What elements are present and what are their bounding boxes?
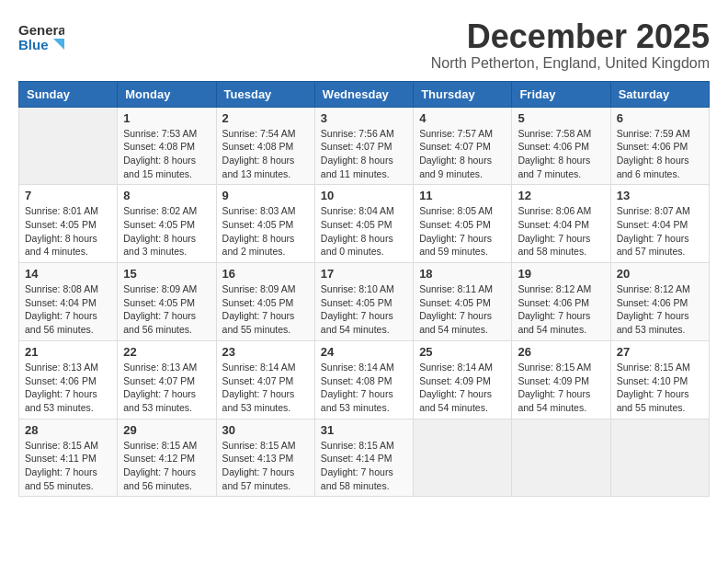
day-info: Sunrise: 8:11 AM Sunset: 4:05 PM Dayligh… — [419, 282, 506, 337]
day-number: 7 — [25, 189, 111, 202]
calendar-cell: 7Sunrise: 8:01 AM Sunset: 4:05 PM Daylig… — [19, 185, 118, 263]
calendar-cell — [512, 419, 610, 497]
day-number: 2 — [222, 111, 309, 125]
day-number: 9 — [222, 189, 309, 202]
calendar-cell: 3Sunrise: 7:56 AM Sunset: 4:07 PM Daylig… — [314, 107, 413, 185]
day-info: Sunrise: 8:14 AM Sunset: 4:09 PM Dayligh… — [419, 361, 506, 415]
calendar-cell: 5Sunrise: 7:58 AM Sunset: 4:06 PM Daylig… — [512, 107, 610, 185]
location-subtitle: North Petherton, England, United Kingdom — [431, 55, 710, 72]
calendar-cell: 25Sunrise: 8:14 AM Sunset: 4:09 PM Dayli… — [414, 340, 512, 419]
calendar-cell: 14Sunrise: 8:08 AM Sunset: 4:04 PM Dayli… — [19, 263, 118, 341]
day-number: 10 — [321, 189, 407, 202]
calendar-cell: 21Sunrise: 8:13 AM Sunset: 4:06 PM Dayli… — [19, 340, 118, 419]
day-info: Sunrise: 8:15 AM Sunset: 4:12 PM Dayligh… — [123, 439, 210, 493]
svg-text:Blue: Blue — [18, 37, 49, 52]
day-info: Sunrise: 8:15 AM Sunset: 4:10 PM Dayligh… — [617, 361, 703, 415]
calendar-table: SundayMondayTuesdayWednesdayThursdayFrid… — [18, 81, 710, 498]
calendar-cell: 29Sunrise: 8:15 AM Sunset: 4:12 PM Dayli… — [118, 419, 216, 497]
day-header-monday: Monday — [118, 81, 216, 107]
day-number: 23 — [222, 345, 309, 359]
day-info: Sunrise: 8:06 AM Sunset: 4:04 PM Dayligh… — [518, 204, 604, 259]
calendar-header-row: SundayMondayTuesdayWednesdayThursdayFrid… — [19, 81, 710, 107]
day-info: Sunrise: 8:12 AM Sunset: 4:06 PM Dayligh… — [617, 282, 703, 337]
calendar-cell: 30Sunrise: 8:15 AM Sunset: 4:13 PM Dayli… — [216, 419, 314, 497]
day-header-sunday: Sunday — [19, 81, 118, 107]
day-number: 3 — [321, 111, 407, 125]
calendar-cell: 9Sunrise: 8:03 AM Sunset: 4:05 PM Daylig… — [216, 185, 314, 263]
day-info: Sunrise: 8:03 AM Sunset: 4:05 PM Dayligh… — [222, 204, 309, 259]
calendar-week-5: 28Sunrise: 8:15 AM Sunset: 4:11 PM Dayli… — [19, 419, 710, 497]
day-number: 8 — [123, 189, 210, 202]
calendar-week-1: 1Sunrise: 7:53 AM Sunset: 4:08 PM Daylig… — [19, 107, 710, 185]
day-number: 4 — [419, 111, 506, 125]
day-header-friday: Friday — [512, 81, 610, 107]
calendar-cell: 23Sunrise: 8:14 AM Sunset: 4:07 PM Dayli… — [216, 340, 314, 419]
day-number: 6 — [617, 111, 703, 125]
day-header-thursday: Thursday — [414, 81, 512, 107]
day-header-wednesday: Wednesday — [314, 81, 413, 107]
day-info: Sunrise: 8:08 AM Sunset: 4:04 PM Dayligh… — [25, 282, 111, 337]
logo: General Blue — [18, 18, 64, 55]
calendar-cell: 8Sunrise: 8:02 AM Sunset: 4:05 PM Daylig… — [118, 185, 216, 263]
calendar-cell: 27Sunrise: 8:15 AM Sunset: 4:10 PM Dayli… — [610, 340, 709, 419]
calendar-cell: 18Sunrise: 8:11 AM Sunset: 4:05 PM Dayli… — [414, 263, 512, 341]
day-info: Sunrise: 8:15 AM Sunset: 4:09 PM Dayligh… — [518, 361, 604, 415]
day-info: Sunrise: 7:58 AM Sunset: 4:06 PM Dayligh… — [518, 127, 604, 181]
day-number: 1 — [123, 111, 210, 125]
calendar-cell: 4Sunrise: 7:57 AM Sunset: 4:07 PM Daylig… — [414, 107, 512, 185]
day-info: Sunrise: 7:53 AM Sunset: 4:08 PM Dayligh… — [123, 127, 210, 181]
calendar-cell: 20Sunrise: 8:12 AM Sunset: 4:06 PM Dayli… — [610, 263, 709, 341]
day-info: Sunrise: 8:14 AM Sunset: 4:07 PM Dayligh… — [222, 361, 309, 415]
day-number: 20 — [617, 267, 703, 281]
calendar-week-2: 7Sunrise: 8:01 AM Sunset: 4:05 PM Daylig… — [19, 185, 710, 263]
calendar-cell: 15Sunrise: 8:09 AM Sunset: 4:05 PM Dayli… — [118, 263, 216, 341]
calendar-cell: 11Sunrise: 8:05 AM Sunset: 4:05 PM Dayli… — [414, 185, 512, 263]
day-info: Sunrise: 8:13 AM Sunset: 4:06 PM Dayligh… — [25, 361, 111, 415]
day-number: 5 — [518, 111, 604, 125]
day-number: 26 — [518, 345, 604, 359]
calendar-week-4: 21Sunrise: 8:13 AM Sunset: 4:06 PM Dayli… — [19, 340, 710, 419]
day-header-saturday: Saturday — [610, 81, 709, 107]
calendar-cell: 6Sunrise: 7:59 AM Sunset: 4:06 PM Daylig… — [610, 107, 709, 185]
day-info: Sunrise: 8:02 AM Sunset: 4:05 PM Dayligh… — [123, 204, 210, 259]
title-section: December 2025 North Petherton, England, … — [431, 18, 710, 72]
day-info: Sunrise: 8:14 AM Sunset: 4:08 PM Dayligh… — [321, 361, 407, 415]
day-info: Sunrise: 8:13 AM Sunset: 4:07 PM Dayligh… — [123, 361, 210, 415]
day-number: 19 — [518, 267, 604, 281]
day-info: Sunrise: 8:15 AM Sunset: 4:14 PM Dayligh… — [321, 439, 407, 493]
calendar-cell: 31Sunrise: 8:15 AM Sunset: 4:14 PM Dayli… — [314, 419, 413, 497]
calendar-cell: 26Sunrise: 8:15 AM Sunset: 4:09 PM Dayli… — [512, 340, 610, 419]
calendar-cell — [610, 419, 709, 497]
day-number: 24 — [321, 345, 407, 359]
calendar-cell: 17Sunrise: 8:10 AM Sunset: 4:05 PM Dayli… — [314, 263, 413, 341]
calendar-cell: 16Sunrise: 8:09 AM Sunset: 4:05 PM Dayli… — [216, 263, 314, 341]
day-info: Sunrise: 8:12 AM Sunset: 4:06 PM Dayligh… — [518, 282, 604, 337]
day-info: Sunrise: 8:15 AM Sunset: 4:11 PM Dayligh… — [25, 439, 111, 493]
day-info: Sunrise: 8:04 AM Sunset: 4:05 PM Dayligh… — [321, 204, 407, 259]
day-info: Sunrise: 8:09 AM Sunset: 4:05 PM Dayligh… — [222, 282, 309, 337]
calendar-cell: 28Sunrise: 8:15 AM Sunset: 4:11 PM Dayli… — [19, 419, 118, 497]
svg-marker-2 — [53, 39, 64, 50]
day-number: 27 — [617, 345, 703, 359]
calendar-cell: 2Sunrise: 7:54 AM Sunset: 4:08 PM Daylig… — [216, 107, 314, 185]
day-number: 28 — [25, 423, 111, 437]
day-info: Sunrise: 8:01 AM Sunset: 4:05 PM Dayligh… — [25, 204, 111, 259]
day-number: 30 — [222, 423, 309, 437]
calendar-cell: 19Sunrise: 8:12 AM Sunset: 4:06 PM Dayli… — [512, 263, 610, 341]
day-info: Sunrise: 7:56 AM Sunset: 4:07 PM Dayligh… — [321, 127, 407, 181]
day-info: Sunrise: 8:05 AM Sunset: 4:05 PM Dayligh… — [419, 204, 506, 259]
day-info: Sunrise: 8:09 AM Sunset: 4:05 PM Dayligh… — [123, 282, 210, 337]
day-number: 15 — [123, 267, 210, 281]
day-info: Sunrise: 7:57 AM Sunset: 4:07 PM Dayligh… — [419, 127, 506, 181]
day-number: 22 — [123, 345, 210, 359]
day-number: 29 — [123, 423, 210, 437]
day-number: 21 — [25, 345, 111, 359]
day-info: Sunrise: 8:07 AM Sunset: 4:04 PM Dayligh… — [617, 204, 703, 259]
day-number: 12 — [518, 189, 604, 202]
day-number: 11 — [419, 189, 506, 202]
month-title: December 2025 — [431, 18, 710, 55]
day-number: 16 — [222, 267, 309, 281]
calendar-cell — [19, 107, 118, 185]
day-info: Sunrise: 7:54 AM Sunset: 4:08 PM Dayligh… — [222, 127, 309, 181]
calendar-week-3: 14Sunrise: 8:08 AM Sunset: 4:04 PM Dayli… — [19, 263, 710, 341]
